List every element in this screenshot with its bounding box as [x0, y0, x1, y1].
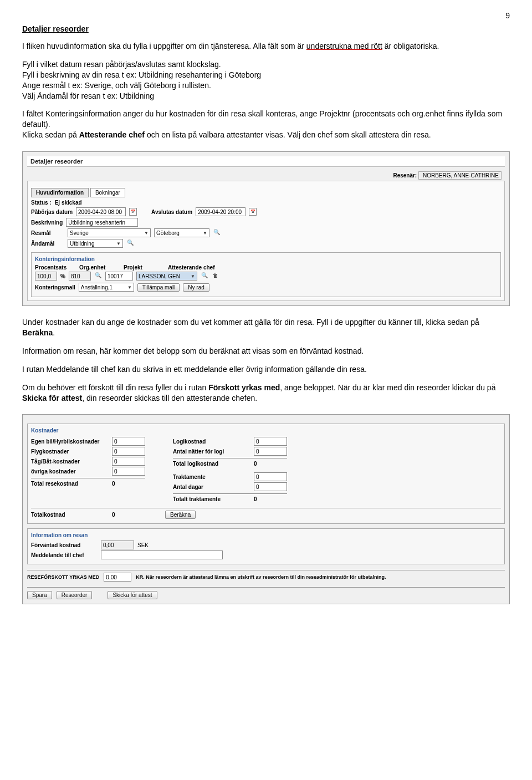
page-number: 9: [22, 11, 510, 20]
text: är obligatoriska.: [382, 42, 439, 50]
panel-title: Detaljer reseorder: [27, 156, 505, 167]
total-trakt-value: 0: [254, 496, 287, 502]
tagbat-input[interactable]: 0: [112, 457, 145, 466]
text: Klicka sedan på: [22, 130, 79, 139]
ovriga-input[interactable]: 0: [112, 467, 145, 476]
forvantad-input: 0,00: [101, 541, 134, 549]
chevron-down-icon: ▼: [127, 285, 132, 290]
search-icon[interactable]: 🔍: [201, 272, 208, 280]
text-bold: Beräkna: [22, 328, 53, 337]
dropdown-value: Sverige: [70, 230, 89, 236]
percent-label: %: [60, 273, 65, 279]
paragraph: Fyll i beskrivning av din resa t ex: Utb…: [22, 70, 510, 80]
konteringsmall-dropdown[interactable]: Anställning,1▼: [79, 283, 134, 292]
total-logi-label: Total logikostnad: [173, 461, 250, 467]
tagbat-label: Tåg/Båt-kostnader: [31, 458, 109, 465]
orgenhet-input[interactable]: 810: [69, 272, 91, 281]
paragraph: Välj Ändamål för resan t ex: Utbildning: [22, 91, 510, 101]
end-date-label: Avslutas datum: [151, 209, 192, 215]
procent-input[interactable]: 100,0: [35, 272, 57, 281]
resenar-label: Resenär:: [393, 172, 417, 179]
beskrivning-label: Beskrivning: [31, 220, 63, 226]
total-trakt-label: Totalt traktamente: [173, 496, 250, 502]
start-date-label: Påbörjas datum: [31, 209, 73, 215]
text: Under kostnader kan du ange de kostnader…: [22, 318, 479, 327]
text-bold: Skicka för attest: [22, 394, 82, 402]
forskott-label: RESEFÖRSKOTT YRKAS MED: [27, 574, 99, 580]
forvantad-label: Förväntad kostnad: [31, 542, 98, 548]
natter-input[interactable]: 0: [254, 447, 287, 456]
egenbil-input[interactable]: 0: [112, 437, 145, 446]
status-value: Ej skickad: [55, 200, 82, 206]
screenshot-detaljer-reseorder: Detaljer reseorder Resenär: NORBERG, ANN…: [22, 151, 510, 306]
delete-icon[interactable]: 🗑: [212, 272, 219, 280]
skicka-attest-button[interactable]: Skicka för attest: [108, 591, 157, 599]
search-icon[interactable]: 🔍: [94, 272, 102, 280]
intro-paragraph: I fliken huvudinformation ska du fylla i…: [22, 41, 510, 52]
text: I fliken huvudinformation ska du fylla i…: [22, 42, 306, 50]
text-bold: Attesterande chef: [79, 130, 145, 139]
forskott-input[interactable]: 0,00: [104, 573, 131, 582]
col-projekt: Projekt: [124, 264, 157, 271]
text: , ange beloppet. När du är klar med din …: [280, 383, 495, 392]
text-bold: Förskott yrkas med: [208, 383, 280, 392]
totalkostnad-value: 0: [112, 512, 145, 518]
resmal-country-dropdown[interactable]: Sverige▼: [68, 228, 151, 237]
trakt-input[interactable]: 0: [254, 472, 287, 481]
forskott-note: KR. När reseordern är attesterad lämna e…: [136, 574, 386, 580]
dropdown-value: LARSSON, GEN: [139, 273, 180, 279]
paragraph: I rutan Meddelande till chef kan du skri…: [22, 364, 510, 375]
andamal-dropdown[interactable]: Utbildning▼: [68, 239, 123, 248]
chevron-down-icon: ▼: [144, 231, 149, 236]
tillampa-mall-button[interactable]: Tillämpa mall: [137, 283, 180, 292]
kontering-group: Konteringsinformation Procentsats Org.en…: [31, 252, 501, 297]
paragraph: Under kostnader kan du ange de kostnader…: [22, 317, 510, 338]
text: .: [53, 328, 55, 337]
chevron-down-icon: ▼: [203, 231, 207, 236]
resenar-value: NORBERG, ANNE-CATHRINE: [418, 171, 502, 180]
ny-rad-button[interactable]: Ny rad: [183, 283, 209, 292]
tab-huvudinformation[interactable]: Huvudinformation: [31, 188, 89, 197]
paragraph: Klicka sedan på Attesterande chef och en…: [22, 130, 510, 140]
kostnader-title: Kostnader: [31, 427, 501, 434]
flyg-input[interactable]: 0: [112, 447, 145, 456]
calendar-icon[interactable]: 📅: [249, 208, 257, 216]
total-rese-value: 0: [112, 481, 145, 487]
chef-dropdown[interactable]: LARSSON, GEN▼: [136, 272, 197, 281]
dropdown-value: Utbildning: [70, 241, 94, 247]
resmal-city-dropdown[interactable]: Göteborg▼: [154, 228, 209, 237]
search-icon[interactable]: 🔍: [126, 239, 134, 247]
resenar-row: Resenär: NORBERG, ANNE-CATHRINE: [27, 170, 505, 181]
calendar-icon[interactable]: 📅: [129, 208, 137, 216]
dropdown-value: Göteborg: [156, 230, 180, 236]
spara-button[interactable]: Spara: [27, 591, 52, 599]
andamal-label: Ändamål: [31, 241, 64, 247]
total-rese-label: Total resekostnad: [31, 481, 109, 487]
projekt-input[interactable]: 10017: [105, 272, 133, 281]
chevron-down-icon: ▼: [116, 241, 121, 246]
page-title: Detaljer reseorder: [22, 24, 510, 33]
info-resan-group: Information om resan Förväntad kostnad 0…: [27, 528, 505, 564]
dagar-input[interactable]: 0: [254, 482, 287, 491]
end-date-input[interactable]: 2009-04-20 20:00: [196, 207, 245, 216]
tab-bokningar[interactable]: Bokningar: [90, 188, 125, 197]
col-orgenhet: Org.enhet: [79, 264, 112, 271]
ovriga-label: övriga kostnader: [31, 468, 109, 475]
kontering-title: Konteringsinformation: [35, 256, 497, 262]
search-icon[interactable]: 🔍: [213, 229, 221, 237]
start-date-input[interactable]: 2009-04-20 08:00: [76, 207, 126, 216]
resmal-label: Resmål: [31, 230, 64, 236]
logi-input[interactable]: 0: [254, 437, 287, 446]
berakna-button[interactable]: Beräkna: [165, 511, 196, 519]
meddelande-input[interactable]: [101, 550, 223, 559]
text-underlined: understrukna med rött: [306, 42, 382, 50]
reseorder-button[interactable]: Reseorder: [57, 591, 93, 599]
egenbil-label: Egen bil/Hyrbilskostnader: [31, 439, 109, 445]
trakt-label: Traktamente: [173, 474, 250, 480]
logi-label: Logikostnad: [173, 439, 250, 445]
chevron-down-icon: ▼: [191, 274, 195, 279]
konteringsmall-label: Konteringsmall: [35, 284, 75, 290]
total-logi-value: 0: [254, 461, 287, 467]
paragraph: Ange resmål t ex: Sverige, och välj Göte…: [22, 80, 510, 91]
beskrivning-input[interactable]: Utbildning resehanterin: [66, 218, 138, 227]
